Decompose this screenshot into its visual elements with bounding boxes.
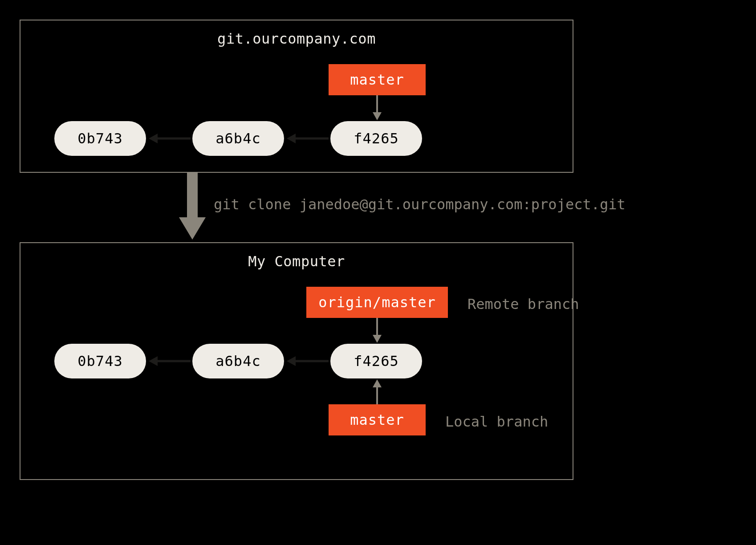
- local-commit-0: 0b743: [54, 344, 146, 378]
- local-branch-master-label: master: [350, 411, 404, 428]
- remote-panel-title: git.ourcompany.com: [20, 30, 573, 47]
- local-commit-1-label: a6b4c: [215, 353, 260, 370]
- arrow-local-c1-to-c0: [148, 361, 191, 362]
- local-branch-origin-master-label: origin/master: [318, 294, 435, 311]
- arrow-local-master-to-f4265: [377, 378, 378, 404]
- remote-commit-0-label: 0b743: [77, 130, 122, 147]
- remote-commit-2-label: f4265: [354, 130, 398, 147]
- remote-commit-1: a6b4c: [192, 121, 284, 156]
- remote-commit-0: 0b743: [54, 121, 146, 156]
- arrow-local-c2-to-c1: [286, 361, 329, 362]
- remote-branch-master: master: [329, 64, 426, 95]
- clone-command-label: git clone janedoe@git.ourcompany.com:pro…: [214, 196, 626, 213]
- local-branch-origin-master: origin/master: [306, 287, 448, 318]
- local-commit-2: f4265: [330, 344, 422, 378]
- svg-rect-6: [187, 173, 198, 217]
- local-panel-title: My Computer: [20, 253, 573, 270]
- arrow-origin-master-to-f4265: [377, 318, 378, 344]
- svg-marker-7: [179, 217, 206, 240]
- remote-branch-caption: Remote branch: [467, 296, 579, 313]
- local-commit-1: a6b4c: [192, 344, 284, 378]
- local-commit-2-label: f4265: [354, 353, 398, 370]
- local-commit-0-label: 0b743: [77, 353, 122, 370]
- remote-branch-master-label: master: [350, 71, 404, 88]
- arrow-remote-c2-to-c1: [286, 138, 329, 139]
- remote-commit-2: f4265: [330, 121, 422, 156]
- local-branch-master: master: [329, 404, 426, 435]
- local-branch-caption: Local branch: [445, 413, 548, 430]
- diagram-canvas: git.ourcompany.com master 0b743 a6b4c f4…: [0, 0, 756, 545]
- arrow-remote-master-to-f4265: [377, 95, 378, 121]
- remote-commit-1-label: a6b4c: [215, 130, 260, 147]
- clone-arrow-icon: [179, 173, 206, 242]
- arrow-remote-c1-to-c0: [148, 138, 191, 139]
